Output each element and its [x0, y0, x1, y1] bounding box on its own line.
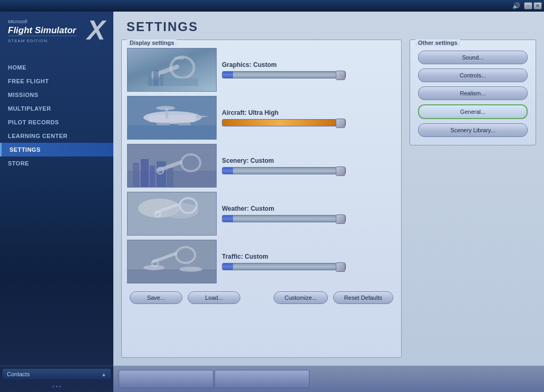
reset-defaults-button[interactable]: Reset Defaults — [333, 291, 393, 304]
svg-text:Microsoft: Microsoft — [8, 19, 27, 24]
traffic-row: Traffic: Custom — [127, 240, 396, 283]
graphics-wrench-icon — [145, 54, 198, 86]
realism-button[interactable]: Realism... — [418, 86, 528, 100]
svg-rect-26 — [150, 165, 155, 188]
aircraft-scene-icon — [128, 96, 217, 140]
graphics-image — [127, 48, 217, 92]
controls-button[interactable]: Controls... — [418, 68, 528, 82]
weather-label: Weather: Custom — [222, 205, 396, 212]
svg-rect-8 — [174, 57, 184, 60]
graphics-controls: Graphics: Custom — [222, 61, 396, 79]
weather-controls: Weather: Custom — [222, 205, 396, 222]
sidebar-item-learning-center[interactable]: LEARNING CENTER — [0, 129, 113, 143]
graphics-row: Graphics: Custom — [127, 48, 396, 92]
weather-row: Weather: Custom — [127, 192, 396, 236]
sound-button[interactable]: Sound... — [418, 51, 528, 64]
sidebar-item-home[interactable]: HOME — [0, 61, 113, 74]
svg-rect-21 — [178, 123, 191, 125]
graphics-label: Graphics: Custom — [222, 61, 396, 68]
display-settings-legend: Display settings — [127, 40, 177, 46]
scenery-library-button[interactable]: Scenery Library... — [418, 123, 528, 137]
scenery-slider[interactable] — [222, 167, 396, 174]
sidebar-item-pilot-records[interactable]: PILOT RECORDS — [0, 115, 113, 129]
load-button[interactable]: Load... — [188, 291, 240, 304]
display-settings-panel: Display settings — [121, 40, 402, 358]
taskbar-item-1[interactable] — [119, 370, 213, 388]
contacts-bar[interactable]: Contacts ▲ — [3, 369, 111, 379]
aircraft-label: Aircraft: Ultra High — [222, 109, 396, 116]
page-header: SETTINGS — [113, 12, 544, 37]
svg-rect-10 — [148, 73, 152, 86]
svg-rect-25 — [141, 159, 149, 188]
traffic-image — [127, 240, 217, 283]
traffic-controls: Traffic: Custom — [222, 253, 396, 270]
aircraft-image — [127, 96, 217, 140]
svg-rect-12 — [160, 74, 163, 86]
sidebar-bottom: Contacts ▲ • • • — [0, 366, 113, 392]
content-body: Display settings — [113, 37, 544, 366]
main-container: X Microsoft Flight Simulator STEAM EDITI… — [0, 12, 544, 392]
graphics-slider[interactable] — [222, 71, 396, 79]
svg-text:STEAM EDITION: STEAM EDITION — [8, 38, 47, 43]
aircraft-slider[interactable] — [222, 119, 396, 126]
svg-rect-14 — [128, 125, 217, 140]
svg-point-19 — [156, 106, 175, 110]
sidebar-item-store[interactable]: STORE — [0, 156, 113, 170]
contacts-dots: • • • — [3, 384, 111, 389]
sidebar-item-settings[interactable]: SETTINGS — [0, 143, 113, 156]
sidebar-item-free-flight[interactable]: FREE FLIGHT — [0, 74, 113, 88]
minimize-button[interactable]: − — [524, 2, 532, 9]
svg-rect-16 — [149, 115, 196, 122]
svg-rect-39 — [128, 269, 217, 283]
traffic-slider[interactable] — [222, 263, 396, 270]
contacts-arrow-icon: ▲ — [101, 371, 106, 377]
customize-button[interactable]: Customize... — [274, 291, 328, 304]
svg-rect-3 — [8, 35, 76, 36]
sidebar-item-multiplayer[interactable]: MULTIPLAYER — [0, 102, 113, 115]
contacts-label: Contacts — [7, 371, 30, 377]
svg-text:X: X — [85, 16, 107, 45]
nav-menu: HOME FREE FLIGHT MISSIONS MULTIPLAYER PI… — [0, 55, 113, 366]
traffic-icon — [128, 240, 217, 283]
svg-rect-43 — [182, 267, 200, 271]
other-settings-panel: Other settings Sound... Controls... Real… — [410, 40, 536, 145]
taskbar-item-2[interactable] — [215, 370, 309, 388]
close-button[interactable]: ✕ — [533, 2, 542, 9]
svg-rect-20 — [157, 123, 170, 125]
traffic-label: Traffic: Custom — [222, 253, 396, 260]
scenery-controls: Scenery: Custom — [222, 157, 396, 174]
logo-area: X Microsoft Flight Simulator STEAM EDITI… — [0, 12, 113, 55]
page-title: SETTINGS — [127, 19, 531, 34]
weather-image — [127, 192, 217, 236]
scenery-image — [127, 144, 217, 188]
weather-slider[interactable] — [222, 215, 396, 222]
sound-icon[interactable]: 🔊 — [512, 2, 523, 9]
scenery-row: Scenery: Custom — [127, 144, 396, 188]
sidebar-item-missions[interactable]: MISSIONS — [0, 88, 113, 102]
weather-icon — [128, 192, 217, 236]
svg-text:Flight Simulator: Flight Simulator — [8, 25, 77, 35]
scenery-label: Scenery: Custom — [222, 157, 396, 164]
general-button[interactable]: General... — [418, 104, 528, 119]
svg-rect-28 — [167, 168, 173, 188]
aircraft-controls: Aircraft: Ultra High — [222, 109, 396, 126]
title-bar: 🔊 − ✕ — [0, 0, 544, 12]
sidebar: X Microsoft Flight Simulator STEAM EDITI… — [0, 12, 113, 392]
other-settings-legend: Other settings — [415, 40, 460, 46]
aircraft-row: Aircraft: Ultra High — [127, 96, 396, 140]
display-settings-buttons: Save... Load... Customize... Reset Defau… — [127, 291, 396, 304]
scenery-icon — [128, 144, 217, 188]
content-area: SETTINGS Display settings — [113, 12, 544, 392]
svg-rect-24 — [133, 163, 139, 188]
taskbar — [113, 366, 544, 392]
save-button[interactable]: Save... — [130, 291, 182, 304]
logo-image: X Microsoft Flight Simulator STEAM EDITI… — [5, 16, 111, 50]
svg-rect-11 — [153, 70, 159, 86]
